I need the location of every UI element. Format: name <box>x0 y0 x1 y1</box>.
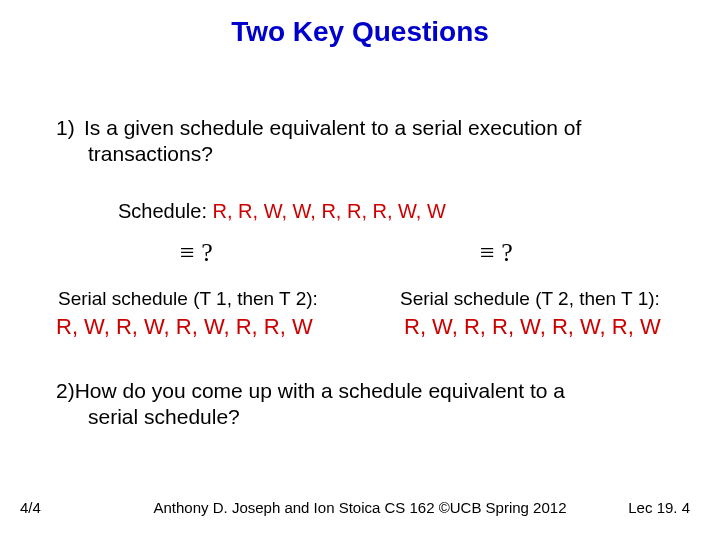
slide: Two Key Questions 1)Is a given schedule … <box>0 0 720 540</box>
footer-right: Lec 19. 4 <box>628 499 690 516</box>
serial-left-label: Serial schedule (T 1, then T 2): <box>58 288 318 310</box>
q2-line1: How do you come up with a schedule equiv… <box>75 379 565 402</box>
schedule-label: Schedule: <box>118 200 207 222</box>
question-1: 1)Is a given schedule equivalent to a se… <box>56 115 680 168</box>
q1-number: 1) <box>56 115 84 141</box>
slide-title: Two Key Questions <box>0 16 720 48</box>
equiv-right: ≡ ? <box>480 238 513 268</box>
q1-line1: Is a given schedule equivalent to a seri… <box>84 116 581 139</box>
footer-center: Anthony D. Joseph and Ion Stoica CS 162 … <box>0 499 720 516</box>
equiv-left: ≡ ? <box>180 238 213 268</box>
serial-left-ops: R, W, R, W, R, W, R, R, W <box>56 314 313 340</box>
q2-line2: serial schedule? <box>88 404 680 430</box>
schedule-line: Schedule: R, R, W, W, R, R, R, W, W <box>118 200 446 223</box>
q2-number: 2) <box>56 379 75 402</box>
q1-line2: transactions? <box>88 141 680 167</box>
serial-right-label: Serial schedule (T 2, then T 1): <box>400 288 660 310</box>
serial-right-ops: R, W, R, R, W, R, W, R, W <box>404 314 661 340</box>
schedule-ops: R, R, W, W, R, R, R, W, W <box>213 200 446 222</box>
question-2: 2)How do you come up with a schedule equ… <box>56 378 680 431</box>
